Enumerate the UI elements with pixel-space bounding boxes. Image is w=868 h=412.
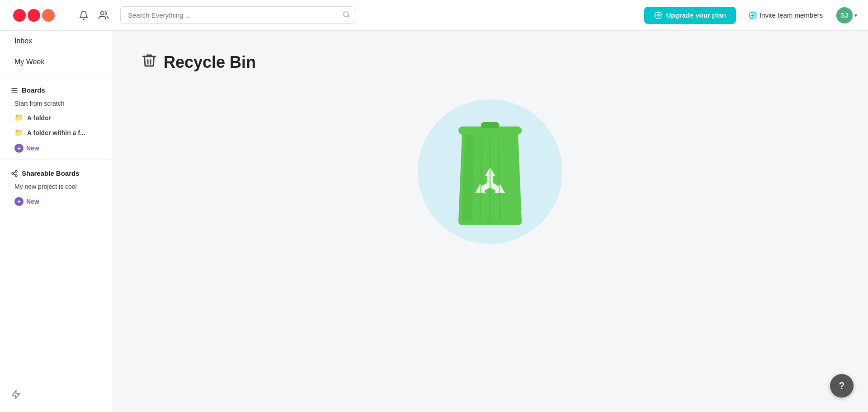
svg-point-3: [101, 11, 104, 14]
invite-button[interactable]: Invite team members: [743, 8, 828, 23]
recycle-bin-icon: [141, 52, 157, 72]
sidebar-item-project[interactable]: My new project is cool: [0, 180, 112, 193]
invite-icon: [749, 11, 757, 19]
user-avatar[interactable]: SJ: [835, 6, 854, 24]
sidebar-item-inbox[interactable]: Inbox: [4, 32, 108, 51]
recycle-bin-illustration: [449, 117, 531, 226]
main-layout: Inbox My Week Boards Start from scratch …: [0, 31, 868, 412]
boards-icon: [11, 87, 18, 94]
upgrade-button[interactable]: Upgrade your plan: [644, 7, 736, 24]
shareable-new-plus-icon: +: [14, 197, 24, 206]
team-button[interactable]: [96, 8, 111, 23]
sidebar-item-my-week[interactable]: My Week: [4, 52, 108, 71]
folder-b-icon: 📁: [14, 128, 24, 137]
page-header: Recycle Bin: [141, 52, 839, 72]
svg-line-17: [14, 174, 16, 175]
search-bar: [120, 6, 355, 24]
app-logo[interactable]: [11, 5, 65, 26]
page-title: Recycle Bin: [164, 53, 256, 72]
sidebar-divider-1: [0, 76, 112, 76]
share-icon: [11, 170, 18, 177]
sidebar-item-start-scratch[interactable]: Start from scratch: [0, 97, 112, 110]
search-input[interactable]: [120, 6, 355, 24]
sidebar-item-folder-b[interactable]: 📁 A folder within a f...: [0, 125, 112, 140]
recycle-illustration: [141, 99, 839, 244]
avatar-dropdown-icon[interactable]: ▾: [854, 12, 857, 19]
user-avatar-wrap[interactable]: SJ ▾: [835, 6, 857, 24]
notifications-button[interactable]: [76, 8, 91, 23]
nav-icon-group: [76, 8, 111, 23]
svg-rect-2: [42, 9, 55, 22]
svg-rect-0: [13, 9, 26, 22]
folder-a-icon: 📁: [14, 113, 24, 122]
sidebar-divider-2: [0, 159, 112, 159]
svg-marker-19: [12, 390, 20, 398]
sidebar: Inbox My Week Boards Start from scratch …: [0, 31, 112, 412]
svg-rect-1: [28, 9, 40, 22]
search-icon: [343, 11, 350, 20]
sidebar-section-shareable[interactable]: Shareable Boards: [0, 163, 112, 180]
boards-new-button[interactable]: + New: [0, 141, 112, 155]
svg-line-18: [14, 172, 16, 173]
boards-new-plus-icon: +: [14, 144, 24, 153]
svg-rect-21: [481, 122, 499, 128]
lightning-icon: [11, 389, 21, 399]
shareable-new-button[interactable]: + New: [0, 194, 112, 209]
main-content: Recycle Bin: [112, 31, 868, 412]
help-button[interactable]: ?: [830, 374, 854, 398]
sidebar-bottom-actions[interactable]: [0, 384, 112, 405]
upgrade-icon: [654, 11, 662, 19]
sidebar-section-boards[interactable]: Boards: [0, 80, 112, 97]
illustration-circle: [418, 99, 562, 244]
svg-line-5: [348, 16, 349, 17]
top-navigation: Upgrade your plan Invite team members SJ…: [0, 0, 868, 31]
sidebar-item-folder-a[interactable]: 📁 A folder: [0, 110, 112, 125]
